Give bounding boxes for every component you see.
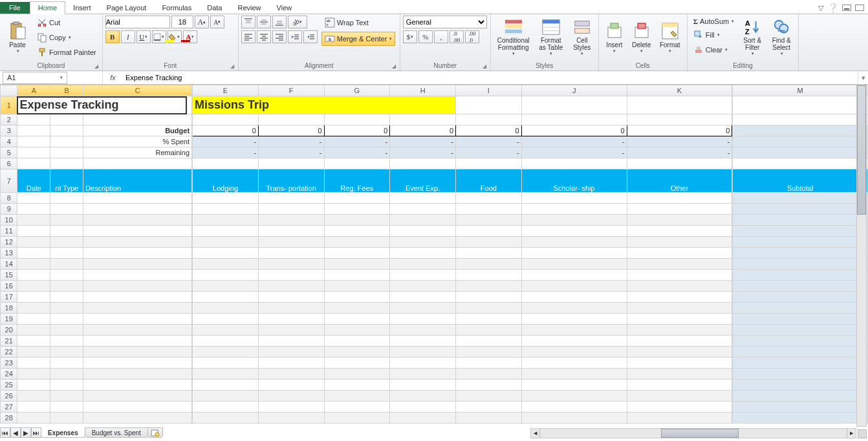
- ribbon-collapse-icon[interactable]: ▽: [818, 4, 823, 12]
- column-header[interactable]: A: [17, 85, 50, 96]
- font-size-combo[interactable]: [171, 16, 193, 28]
- shrink-font-button[interactable]: A▾: [210, 16, 224, 28]
- comma-button[interactable]: ,: [434, 30, 448, 43]
- format-cells-button[interactable]: Format▾: [656, 16, 684, 58]
- clear-button[interactable]: Clear▾: [690, 43, 737, 57]
- align-center-button[interactable]: [257, 30, 271, 43]
- increase-indent-button[interactable]: [303, 30, 318, 43]
- sheet-nav-next-icon[interactable]: ▶: [21, 427, 31, 438]
- select-all-button[interactable]: [1, 85, 17, 96]
- group-alignment: ab▾ abcWrap Text aMerge & Center▾ Alignm…: [239, 14, 400, 70]
- formula-bar-expand-icon[interactable]: ▾: [858, 71, 868, 84]
- decrease-indent-button[interactable]: [288, 30, 302, 43]
- tab-formulas[interactable]: Formulas: [154, 2, 199, 14]
- fx-button[interactable]: fx: [102, 71, 123, 84]
- cut-button[interactable]: Cut: [34, 16, 100, 30]
- help-icon[interactable]: ❔: [827, 3, 838, 13]
- tab-view[interactable]: View: [269, 2, 300, 14]
- delete-cells-button[interactable]: Delete▾: [629, 16, 655, 58]
- minimize-icon[interactable]: [842, 5, 851, 11]
- sheet-tab-budget-vs-spent[interactable]: Budget vs. Spent: [85, 427, 148, 438]
- subtitle-cell[interactable]: Missions Trip: [193, 96, 456, 114]
- fill-button[interactable]: Fill▾: [690, 28, 737, 42]
- merge-center-button[interactable]: aMerge & Center▾: [321, 32, 396, 46]
- align-right-button[interactable]: [272, 30, 287, 43]
- formula-input[interactable]: [123, 71, 858, 84]
- align-bottom-button[interactable]: [272, 16, 287, 28]
- sheet-nav-prev-icon[interactable]: ◀: [10, 427, 21, 438]
- format-painter-button[interactable]: Format Painter: [34, 45, 100, 59]
- svg-rect-50: [575, 21, 590, 27]
- sheet-tab-expenses[interactable]: Expenses: [41, 427, 85, 438]
- column-header[interactable]: K: [627, 85, 732, 96]
- autosum-button[interactable]: ΣAutoSum▾: [690, 16, 737, 27]
- increase-decimal-button[interactable]: .0.00: [450, 30, 464, 43]
- tab-review[interactable]: Review: [230, 2, 268, 14]
- underline-button[interactable]: U▾: [136, 30, 151, 43]
- tab-home[interactable]: Home: [30, 1, 65, 14]
- sheet-nav-first-icon[interactable]: ⏮: [0, 427, 10, 438]
- column-header[interactable]: M: [733, 85, 868, 96]
- svg-text:c: c: [327, 23, 329, 27]
- number-dialog-icon[interactable]: ◢: [483, 63, 486, 69]
- row-header[interactable]: 1: [1, 96, 17, 114]
- svg-point-67: [155, 433, 159, 436]
- wrap-text-button[interactable]: abcWrap Text: [321, 16, 396, 30]
- font-dialog-icon[interactable]: ◢: [230, 63, 234, 69]
- column-header[interactable]: C: [83, 85, 192, 96]
- paste-label: Paste: [9, 41, 26, 48]
- new-sheet-button[interactable]: [147, 427, 163, 438]
- conditional-formatting-button[interactable]: Conditional Formatting▾: [494, 16, 534, 58]
- column-header[interactable]: B: [50, 85, 83, 96]
- align-middle-button[interactable]: [257, 16, 271, 28]
- grow-font-button[interactable]: A▴: [195, 16, 209, 28]
- decrease-decimal-button[interactable]: .00.0: [465, 30, 479, 43]
- column-header[interactable]: J: [521, 85, 627, 96]
- align-top-button[interactable]: [241, 16, 255, 28]
- sort-filter-button[interactable]: AZSort & Filter▾: [739, 16, 766, 58]
- orientation-button[interactable]: ab▾: [288, 16, 307, 28]
- resize-handle-icon[interactable]: [858, 429, 867, 438]
- worksheet-grid[interactable]: ABCDEFGHIJKLM1Expense TrackingMissions T…: [0, 85, 868, 427]
- percent-button[interactable]: %: [418, 30, 433, 43]
- restore-icon[interactable]: [855, 5, 864, 11]
- column-header[interactable]: E: [193, 85, 259, 96]
- svg-rect-58: [695, 31, 700, 36]
- horizontal-scrollbar[interactable]: ◂ ▸: [530, 428, 856, 438]
- column-header[interactable]: F: [258, 85, 324, 96]
- tab-page-layout[interactable]: Page Layout: [99, 2, 155, 14]
- tab-data[interactable]: Data: [199, 2, 230, 14]
- align-left-button[interactable]: [241, 30, 255, 43]
- number-format-combo[interactable]: General: [403, 16, 487, 28]
- paste-button[interactable]: Paste▾: [3, 16, 32, 58]
- tab-insert[interactable]: Insert: [65, 2, 99, 14]
- sheet-nav-last-icon[interactable]: ⏭: [31, 427, 41, 438]
- format-as-table-button[interactable]: Format as Table▾: [535, 16, 567, 58]
- clipboard-dialog-icon[interactable]: ◢: [94, 63, 98, 69]
- vertical-scrollbar[interactable]: [856, 85, 867, 427]
- svg-rect-6: [41, 36, 46, 42]
- svg-rect-45: [505, 30, 522, 34]
- svg-rect-9: [154, 34, 160, 40]
- alignment-dialog-icon[interactable]: ◢: [392, 63, 396, 69]
- find-select-button[interactable]: Find & Select▾: [767, 16, 796, 58]
- copy-button[interactable]: Copy▾: [34, 30, 100, 45]
- tab-file[interactable]: File: [0, 2, 30, 14]
- font-color-button[interactable]: A▾: [183, 30, 197, 43]
- italic-button[interactable]: I: [121, 30, 135, 43]
- cell-styles-button[interactable]: Cell Styles▾: [569, 16, 596, 58]
- font-name-combo[interactable]: [105, 16, 170, 28]
- name-box[interactable]: A1▾: [3, 72, 67, 84]
- column-header[interactable]: H: [390, 85, 456, 96]
- title-cell[interactable]: Expense Tracking: [17, 96, 192, 114]
- border-button[interactable]: ▾: [152, 30, 166, 43]
- currency-button[interactable]: $▾: [403, 30, 417, 43]
- fill-color-button[interactable]: ▾: [168, 30, 182, 43]
- insert-cells-button[interactable]: Insert▾: [602, 16, 627, 58]
- group-styles: Conditional Formatting▾ Format as Table▾…: [491, 14, 599, 70]
- svg-rect-8: [41, 52, 43, 56]
- column-header[interactable]: I: [456, 85, 522, 96]
- formula-bar: A1▾ fx ▾: [0, 71, 868, 85]
- bold-button[interactable]: B: [105, 30, 120, 43]
- column-header[interactable]: G: [324, 85, 390, 96]
